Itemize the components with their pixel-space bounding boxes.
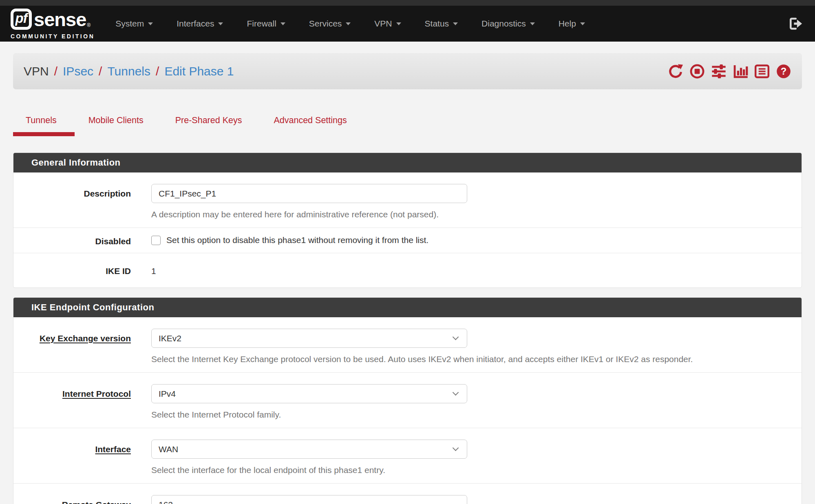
svg-text:?: ? xyxy=(781,66,787,77)
chevron-down-icon xyxy=(453,334,459,340)
interface-help: Select the interface for the local endpo… xyxy=(151,465,785,475)
description-label: Description xyxy=(13,184,131,219)
caret-down-icon xyxy=(580,22,585,25)
nav-item-help[interactable]: Help xyxy=(559,19,585,29)
nav-item-vpn[interactable]: VPN xyxy=(374,19,401,29)
nav-item-services[interactable]: Services xyxy=(309,19,351,29)
internet-protocol-select[interactable]: IPv4 xyxy=(151,384,467,403)
caret-down-icon xyxy=(148,22,153,25)
main-navbar: pf sense ® COMMUNITY EDITION System Inte… xyxy=(0,6,815,42)
ike-id-row: IKE ID 1 xyxy=(13,253,802,287)
breadcrumb-edit-phase1-link[interactable]: Edit Phase 1 xyxy=(164,64,234,78)
list-icon[interactable] xyxy=(754,64,770,79)
key-exchange-label: Key Exchange version xyxy=(13,329,131,364)
interface-row: Interface WAN Select the interface for t… xyxy=(13,428,802,483)
brand-edition: COMMUNITY EDITION xyxy=(11,33,95,40)
signout-icon[interactable] xyxy=(788,16,803,31)
ike-id-label: IKE ID xyxy=(13,261,131,276)
help-icon[interactable]: ? xyxy=(776,64,791,79)
page-toolbar: ? xyxy=(668,64,791,79)
description-help: A description may be entered here for ad… xyxy=(151,210,785,219)
brand-name: sense xyxy=(34,8,86,31)
nav-item-system[interactable]: System xyxy=(115,19,153,29)
nav-menu: System Interfaces Firewall Services VPN … xyxy=(104,19,597,29)
caret-down-icon xyxy=(396,22,401,25)
bar-chart-icon[interactable] xyxy=(733,64,748,79)
pfsense-logo[interactable]: pf sense ® COMMUNITY EDITION xyxy=(11,8,95,40)
tab-tunnels[interactable]: Tunnels xyxy=(13,115,75,136)
remote-gateway-row: Remote Gateway Enter the public IP addre… xyxy=(13,483,802,504)
page-content: VPN / IPsec / Tunnels / Edit Phase 1 xyxy=(0,53,815,504)
nav-item-interfaces[interactable]: Interfaces xyxy=(177,19,223,29)
breadcrumb-tunnels-link[interactable]: Tunnels xyxy=(107,64,150,78)
general-information-title: General Information xyxy=(13,153,802,172)
breadcrumb-bar: VPN / IPsec / Tunnels / Edit Phase 1 xyxy=(13,53,802,89)
key-exchange-help: Select the Internet Key Exchange protoco… xyxy=(151,354,785,364)
general-information-panel: General Information Description A descri… xyxy=(13,153,802,288)
caret-down-icon xyxy=(453,22,458,25)
chevron-down-icon xyxy=(453,445,459,451)
sliders-icon[interactable] xyxy=(711,64,727,79)
stop-circle-icon[interactable] xyxy=(689,64,705,79)
disabled-label: Disabled xyxy=(13,235,131,246)
caret-down-icon xyxy=(281,22,285,25)
remote-gateway-input[interactable] xyxy=(151,495,467,504)
description-input[interactable] xyxy=(151,184,467,203)
tab-bar: Tunnels Mobile Clients Pre-Shared Keys A… xyxy=(13,115,802,136)
internet-protocol-row: Internet Protocol IPv4 Select the Intern… xyxy=(13,372,802,428)
tab-pre-shared-keys[interactable]: Pre-Shared Keys xyxy=(163,115,254,136)
key-exchange-row: Key Exchange version IKEv2 Select the In… xyxy=(13,317,802,372)
remote-gateway-label: Remote Gateway xyxy=(13,495,131,504)
chevron-down-icon xyxy=(453,389,459,396)
interface-label: Interface xyxy=(13,440,131,475)
disabled-checkbox[interactable] xyxy=(151,236,161,245)
ike-endpoint-title: IKE Endpoint Configuration xyxy=(13,298,802,317)
disabled-row: Disabled Set this option to disable this… xyxy=(13,228,802,253)
registered-mark: ® xyxy=(87,22,91,28)
caret-down-icon xyxy=(346,22,351,25)
ike-id-value: 1 xyxy=(151,261,785,276)
nav-item-firewall[interactable]: Firewall xyxy=(247,19,285,29)
internet-protocol-help: Select the Internet Protocol family. xyxy=(151,410,785,420)
disabled-checkbox-text: Set this option to disable this phase1 w… xyxy=(166,235,428,245)
breadcrumb: VPN / IPsec / Tunnels / Edit Phase 1 xyxy=(24,64,234,78)
tab-mobile-clients[interactable]: Mobile Clients xyxy=(76,115,156,136)
description-row: Description A description may be entered… xyxy=(13,172,802,228)
pf-logo-box: pf xyxy=(11,9,32,30)
interface-select[interactable]: WAN xyxy=(151,440,467,459)
tab-advanced-settings[interactable]: Advanced Settings xyxy=(261,115,359,136)
top-strip xyxy=(0,0,815,6)
ike-endpoint-panel: IKE Endpoint Configuration Key Exchange … xyxy=(13,297,802,504)
internet-protocol-label: Internet Protocol xyxy=(13,384,131,420)
breadcrumb-vpn: VPN xyxy=(24,64,49,78)
nav-item-diagnostics[interactable]: Diagnostics xyxy=(481,19,535,29)
nav-item-status[interactable]: Status xyxy=(425,19,458,29)
refresh-icon[interactable] xyxy=(668,64,683,79)
caret-down-icon xyxy=(218,22,223,25)
breadcrumb-ipsec-link[interactable]: IPsec xyxy=(63,64,93,78)
caret-down-icon xyxy=(530,22,535,25)
key-exchange-select[interactable]: IKEv2 xyxy=(151,329,467,348)
